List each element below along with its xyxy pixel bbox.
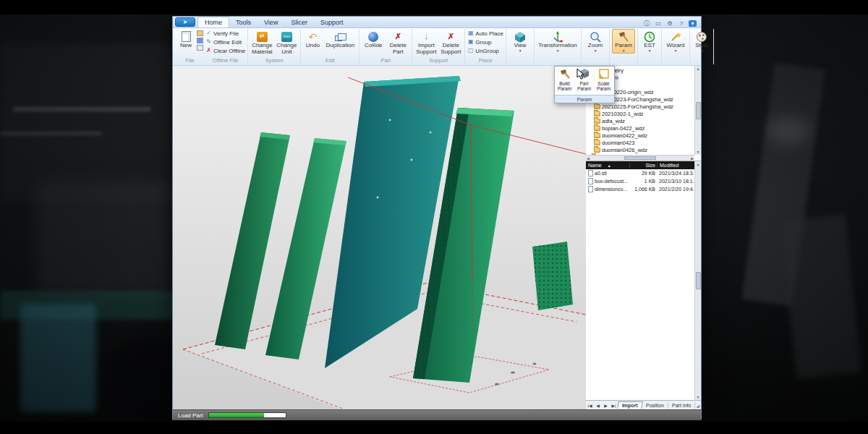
new-button[interactable]: New (176, 29, 195, 50)
clear-offline-label: Clear Offline (213, 48, 245, 54)
file-row[interactable]: a0.stl 29 KB 2021/3/24 18:3... (586, 169, 694, 177)
scroll-down-icon[interactable]: ▼ (697, 395, 700, 399)
ribbon-group-transformation: Transformation ▾ (535, 29, 582, 64)
prev-tab-icon[interactable]: ◀ (594, 403, 602, 408)
ungroup-button[interactable]: ▢ UnGroup (467, 46, 498, 55)
corner-menu-icon[interactable]: ▾ (689, 20, 697, 27)
group-label-edit: Edit (303, 57, 357, 64)
tree-item-label: bopian-0422_wdz (602, 125, 644, 132)
build-param-button[interactable]: Build Param (555, 67, 574, 95)
file-row[interactable]: box-defocust... 1 KB 2021/3/10 18:1... (586, 177, 694, 185)
tree-item[interactable]: duomian0423 (586, 139, 694, 146)
tree-item[interactable]: duomian0426_wdz (586, 146, 694, 153)
collide-icon (368, 32, 378, 42)
tab-slicer[interactable]: Slicer (284, 17, 314, 27)
folder-icon (594, 140, 600, 145)
change-material-button[interactable]: ⇄ Change Material (250, 29, 273, 56)
file-row[interactable]: dimensionco... 1,066 KB 2021/2/20 19:4..… (586, 185, 694, 193)
scroll-right-icon[interactable]: ▶ (691, 156, 694, 161)
viewport[interactable] (173, 66, 586, 409)
chevron-down-icon: ▾ (701, 49, 703, 54)
info-icon[interactable]: ⓘ (642, 20, 651, 27)
est-dropdown-button[interactable]: EST ▾ (640, 29, 659, 54)
viewport-3d-scene[interactable] (173, 66, 586, 409)
tree-item-label: duomian0422_wdz (602, 132, 647, 139)
delete-part-button[interactable]: ✗ Delete Part (386, 29, 409, 56)
ribbon-group-support: ↓ Import Support ✗ Delete Support Suppor… (412, 29, 465, 64)
tab-view[interactable]: View (258, 17, 284, 27)
open-file-icon[interactable] (197, 30, 203, 36)
next-tab-icon[interactable]: ▶ (602, 403, 610, 408)
zoom-dropdown-button[interactable]: Zoom ▾ (584, 29, 607, 54)
param-hammer-icon (617, 30, 630, 43)
import-support-button[interactable]: ↓ Import Support (414, 29, 438, 56)
file-icon (588, 178, 593, 184)
view-dropdown-button[interactable]: View ▾ (509, 29, 532, 54)
style-dropdown-button[interactable]: Style ▾ (692, 29, 711, 54)
settings-icon[interactable]: ⚙ (665, 20, 674, 27)
support-dot (411, 159, 413, 161)
panel-tab-part-info[interactable]: Part Info (668, 402, 696, 409)
scrollbar-thumb[interactable] (696, 102, 701, 119)
chevron-down-icon: ▾ (557, 49, 559, 54)
chevron-down-icon: ▾ (595, 49, 597, 54)
file-list-scrollbar[interactable]: ▲ ▼ (694, 161, 701, 400)
file-size: 1,066 KB (629, 187, 657, 192)
scrollbar-thumb[interactable] (624, 156, 656, 160)
help-icon[interactable]: ? (677, 20, 686, 27)
param-dropdown-button[interactable]: Param ▾ (612, 29, 635, 54)
tab-home[interactable]: Home (197, 17, 229, 27)
auto-place-button[interactable]: ▦ Auto Place (467, 29, 503, 38)
scroll-left-icon[interactable]: ◀ (587, 156, 590, 161)
tab-support[interactable]: Support (314, 17, 350, 27)
change-unit-button[interactable]: mm Change Unit (275, 29, 298, 56)
app-menu-button[interactable]: ➤ (175, 17, 195, 27)
column-header-size[interactable]: Size (629, 163, 657, 168)
scroll-up-icon[interactable]: ▲ (697, 162, 700, 166)
transformation-axes-icon (551, 30, 564, 43)
offline-edit-button[interactable]: ✎ Offline Edit (205, 38, 242, 46)
duplication-button[interactable]: Duplication (323, 29, 357, 50)
group-button[interactable]: ▣ Group (467, 38, 491, 46)
tree-item[interactable]: 20210302-1_wdz (586, 110, 694, 117)
clear-offline-button[interactable]: ✗ Clear Offline (205, 46, 245, 55)
collide-button[interactable]: Collide (362, 29, 385, 50)
display-icon[interactable]: ▭ (654, 20, 663, 27)
recent-file-icon[interactable] (197, 45, 203, 51)
undo-button[interactable]: ↶ Undo (303, 29, 322, 50)
scale-param-button[interactable]: Scale Param (594, 67, 613, 95)
tree-item-label: 20210225-ForChangsha_wdz (602, 103, 673, 110)
load-progress-fill (209, 413, 264, 417)
tab-tools[interactable]: Tools (229, 17, 258, 27)
panel-tab-position[interactable]: Position (642, 402, 668, 409)
panel-tab-bar: |◀ ◀ ▶ ▶| Import Position Part Info ◢ (586, 400, 701, 409)
tree-horizontal-scrollbar[interactable]: ◀ ▶ (586, 155, 694, 161)
panel-tab-label: Import (622, 403, 638, 408)
delete-support-button[interactable]: ✗ Delete Support (439, 29, 462, 56)
column-header-modified[interactable]: Modified (657, 163, 694, 168)
last-tab-icon[interactable]: ▶| (610, 403, 618, 408)
style-palette-icon (695, 30, 708, 43)
scrollbar-thumb[interactable] (696, 272, 701, 289)
tree-item[interactable]: duomian0422_wdz (586, 132, 694, 139)
wizard-dropdown-button[interactable]: Wizard ▾ (664, 29, 687, 54)
transformation-dropdown-button[interactable]: Transformation ▾ (537, 29, 579, 54)
sort-asc-icon: ▲ (608, 163, 611, 168)
part-perforated-holes (532, 242, 573, 310)
save-file-icon[interactable] (197, 38, 203, 43)
scroll-up-icon[interactable]: ▲ (697, 67, 700, 71)
panel-tab-import[interactable]: Import (617, 401, 642, 409)
first-tab-icon[interactable]: |◀ (586, 403, 594, 408)
verify-file-button[interactable]: ✓ Verify File (205, 29, 239, 38)
wizard-wand-icon (669, 30, 682, 43)
folder-icon (594, 133, 600, 138)
scroll-down-icon[interactable]: ▼ (697, 150, 700, 154)
group-label-support: Support (414, 57, 462, 64)
tree-item[interactable]: adfa_wdz (586, 117, 694, 124)
group-label-system: System (250, 57, 298, 64)
tree-item[interactable]: bopian-0422_wdz (586, 124, 694, 132)
tree-vertical-scrollbar[interactable]: ▲ ▼ (694, 66, 701, 155)
file-name: dimensionco... (595, 187, 629, 192)
column-header-name[interactable]: Name ▲ (586, 163, 629, 168)
tree-item[interactable]: 20210225-ForChangsha_wdz (586, 103, 694, 110)
